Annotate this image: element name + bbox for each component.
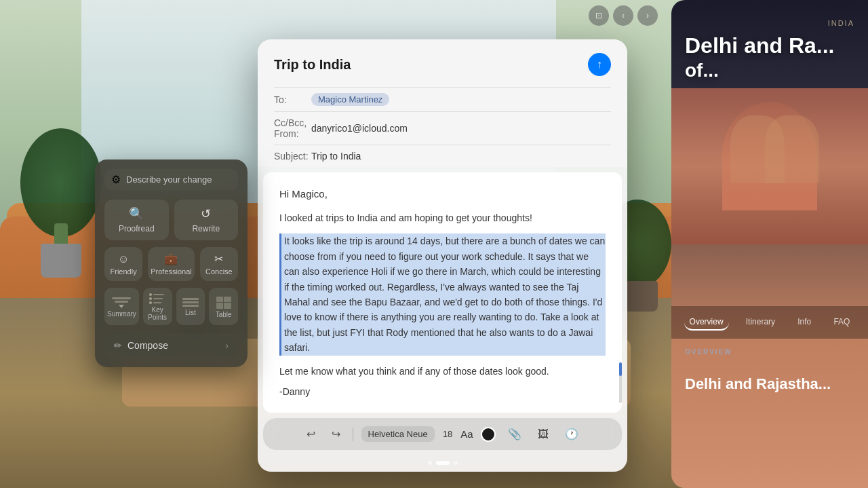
email-highlighted-text: It looks like the trip is around 14 days…	[279, 233, 606, 355]
email-greeting: Hi Magico,	[279, 186, 606, 202]
rewrite-button[interactable]: ↺ Rewrite	[174, 200, 239, 240]
key-points-button[interactable]: Key Points	[143, 288, 172, 325]
to-label: To:	[274, 94, 311, 105]
friendly-button[interactable]: ☺ Friendly	[104, 247, 142, 281]
redo-button[interactable]: ↪	[328, 425, 344, 443]
overview-label: OVERVIEW	[685, 348, 732, 356]
india-panel-nav: Overview Itinerary Info FAQ	[671, 306, 868, 339]
rewrite-icon: ↺	[180, 206, 233, 221]
email-title: Trip to India	[274, 57, 351, 73]
ai-transform-buttons: Summary Key Points List	[104, 288, 238, 325]
nav-item-overview[interactable]: Overview	[684, 314, 729, 331]
email-signature: -Danny	[279, 384, 606, 399]
recipient-badge[interactable]: Magico Martinez	[311, 93, 389, 106]
schedule-button[interactable]: 🕐	[561, 425, 583, 443]
plant-left	[20, 142, 102, 278]
key-points-label: Key Points	[146, 306, 170, 321]
ai-writing-panel: ⚙ Describe your change 🔍 Proofread ↺ Rew…	[95, 159, 248, 367]
dot-1	[428, 461, 432, 465]
email-cc-row: Cc/Bcc, From: danyrico1@icloud.com	[274, 111, 611, 145]
nav-item-faq[interactable]: FAQ	[828, 314, 855, 331]
concise-icon: ✂	[203, 252, 235, 265]
forward-button[interactable]: ›	[637, 5, 658, 26]
undo-button[interactable]: ↩	[302, 425, 319, 443]
india-image	[671, 88, 868, 244]
email-closing: Let me know what you think and if any of…	[279, 364, 606, 379]
subject-value[interactable]: Trip to India	[311, 151, 361, 162]
nav-item-info[interactable]: Info	[792, 314, 816, 331]
list-label: List	[179, 309, 203, 316]
email-formatting-toolbar: ↩ ↪ Helvetica Neue 18 Aa 📎 🖼 🕐	[263, 418, 622, 450]
send-icon: ↑	[597, 58, 602, 71]
friendly-icon: ☺	[107, 253, 140, 265]
list-icon	[179, 298, 203, 307]
scroll-thumb	[619, 362, 622, 376]
email-compose-window: Trip to India ↑ To: Magico Martinez Cc/B…	[258, 39, 627, 472]
cc-label: Cc/Bcc, From:	[274, 117, 311, 139]
concise-label: Concise	[203, 267, 235, 276]
ai-panel-label: Describe your change	[126, 174, 212, 185]
scroll-indicator[interactable]	[619, 362, 622, 403]
font-picker[interactable]: Helvetica Neue	[361, 426, 435, 442]
display-button[interactable]: ⊡	[589, 5, 609, 26]
table-label: Table	[212, 311, 235, 318]
india-travel-panel: INDIA Delhi and Ra...of... Overview Itin…	[671, 0, 868, 488]
back-button[interactable]: ‹	[613, 5, 633, 26]
email-title-row: Trip to India ↑	[274, 53, 611, 76]
list-button[interactable]: List	[176, 288, 205, 325]
compose-btn-content: ✏ Compose	[114, 340, 168, 351]
image-button[interactable]: 🖼	[534, 426, 553, 443]
ai-panel-header: ⚙ Describe your change	[104, 169, 238, 190]
india-label: INDIA	[828, 19, 854, 27]
ai-tone-buttons: ☺ Friendly 💼 Professional ✂ Concise	[104, 247, 238, 281]
attachment-button[interactable]: 📎	[504, 425, 526, 443]
professional-button[interactable]: 💼 Professional	[148, 247, 195, 281]
nav-item-itinerary[interactable]: Itinerary	[741, 314, 781, 331]
cc-value[interactable]: danyrico1@icloud.com	[311, 123, 408, 134]
summary-button[interactable]: Summary	[104, 288, 139, 325]
email-header: Trip to India ↑ To: Magico Martinez Cc/B…	[258, 39, 627, 167]
professional-icon: 💼	[151, 252, 192, 265]
dot-2	[436, 461, 450, 465]
summary-icon	[107, 297, 136, 308]
email-line1: I looked at trips to India and am hoping…	[279, 210, 606, 225]
proofread-button[interactable]: 🔍 Proofread	[104, 200, 169, 240]
text-color-picker[interactable]	[481, 427, 496, 442]
proofread-icon: 🔍	[110, 206, 163, 221]
email-body[interactable]: Hi Magico, I looked at trips to India an…	[263, 172, 622, 413]
toolbar-divider	[353, 428, 353, 441]
send-button[interactable]: ↑	[588, 53, 611, 76]
table-icon	[212, 297, 235, 309]
summary-label: Summary	[107, 310, 136, 318]
overview-title: Delhi and Rajastha...	[685, 375, 861, 393]
font-size[interactable]: 18	[443, 429, 452, 439]
india-panel-title: Delhi and Ra...of...	[685, 34, 861, 81]
compose-chevron-icon: ›	[225, 340, 229, 351]
dot-3	[454, 461, 458, 465]
compose-label: Compose	[127, 340, 168, 351]
concise-button[interactable]: ✂ Concise	[200, 247, 238, 281]
progress-indicator	[258, 457, 627, 472]
email-to-row: To: Magico Martinez	[274, 87, 611, 111]
friendly-label: Friendly	[107, 267, 140, 276]
screen-top-controls: ⊡ ‹ ›	[589, 5, 658, 26]
font-style-button[interactable]: Aa	[460, 428, 473, 440]
compose-icon: ✏	[114, 340, 122, 351]
ai-main-buttons: 🔍 Proofread ↺ Rewrite	[104, 200, 238, 240]
table-button[interactable]: Table	[209, 288, 238, 325]
key-points-icon	[146, 293, 170, 304]
subject-label: Subject:	[274, 151, 311, 162]
compose-button[interactable]: ✏ Compose ›	[104, 333, 238, 358]
email-subject-row: Subject: Trip to India	[274, 145, 611, 167]
rewrite-label: Rewrite	[180, 224, 233, 233]
professional-label: Professional	[151, 267, 192, 276]
ai-settings-icon: ⚙	[111, 173, 121, 186]
proofread-label: Proofread	[110, 224, 163, 233]
